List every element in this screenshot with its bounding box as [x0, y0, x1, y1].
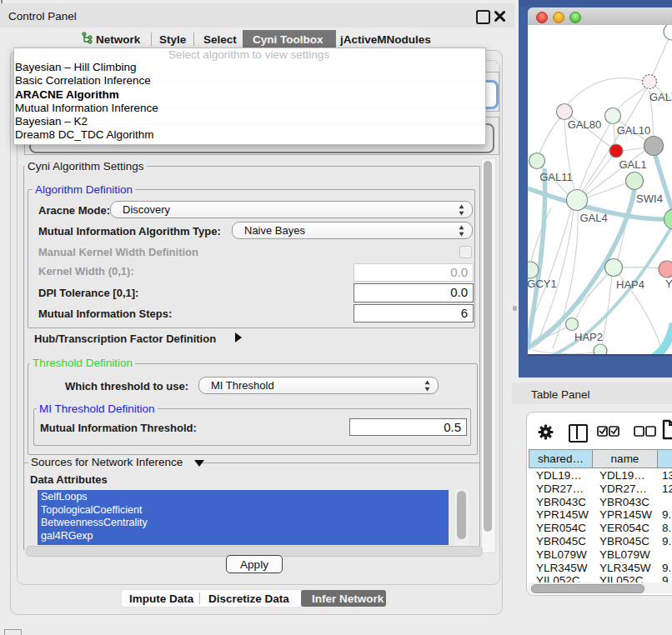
svg-text:GAL4: GAL4 — [579, 212, 607, 224]
svg-text:GAL7: GAL7 — [649, 91, 672, 103]
svg-text:GAL11: GAL11 — [539, 171, 573, 183]
svg-text:HAP4: HAP4 — [616, 278, 644, 291]
svg-text:GAL1: GAL1 — [619, 158, 646, 171]
svg-text:GAL80: GAL80 — [568, 118, 601, 131]
svg-text:YJL21: YJL21 — [665, 278, 672, 290]
svg-text:SWI4: SWI4 — [636, 192, 663, 205]
svg-text:GAL10: GAL10 — [617, 124, 650, 137]
svg-text:HAP2: HAP2 — [574, 331, 603, 343]
svg-text:GCY1: GCY1 — [528, 278, 557, 290]
